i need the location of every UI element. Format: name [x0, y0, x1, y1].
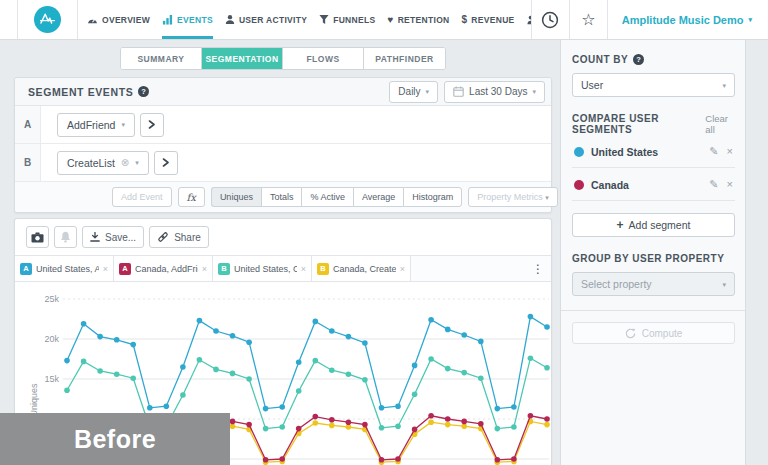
group-by-dropdown[interactable]: Select property ▾ — [572, 272, 735, 296]
project-switcher[interactable]: Amplitude Music Demo ▾ — [607, 0, 768, 39]
metric-percent-active[interactable]: % Active — [301, 187, 353, 207]
legend-tab-label: United States, Add... — [36, 264, 99, 274]
segment-events-title: SEGMENT EVENTS ? — [28, 86, 149, 98]
view-tabs-group: SUMMARY SEGMENTATION FLOWS PATHFINDER — [120, 47, 446, 70]
close-icon[interactable]: × — [301, 264, 306, 274]
help-icon[interactable]: ? — [633, 54, 644, 65]
nav-right-cluster: ☆ Amplitude Music Demo ▾ — [531, 0, 768, 39]
nav-item-revenue[interactable]: $ REVENUE — [455, 0, 520, 39]
nav-item-funnels[interactable]: FUNNELS — [313, 0, 381, 39]
active-tab-underline — [162, 36, 213, 39]
caret-down-icon: ▾ — [426, 88, 430, 95]
tab-summary[interactable]: SUMMARY — [121, 48, 202, 69]
bar-chart-icon — [162, 14, 173, 25]
legend-tab-us-createlist[interactable]: B United States, Cre... × — [213, 256, 312, 281]
legend-tab-badge: A — [20, 263, 32, 275]
date-range-value: Last 30 Days — [469, 86, 527, 97]
legend-tab-badge: B — [317, 263, 329, 275]
person-icon — [225, 14, 235, 25]
event-a-name: AddFriend — [67, 119, 115, 131]
event-letter: B — [15, 144, 41, 181]
event-row-b: B CreateList ⊗ ▾ — [15, 144, 551, 182]
metric-buttons-row: Add Event fx Uniques Totals % Active Ave… — [15, 182, 551, 212]
amplitude-logo-icon[interactable] — [34, 6, 61, 33]
tab-flows[interactable]: FLOWS — [283, 48, 364, 69]
event-a-expand-button[interactable] — [140, 113, 164, 137]
pencil-icon[interactable]: ✎ — [709, 178, 718, 191]
close-icon[interactable]: × — [103, 264, 108, 274]
metric-average[interactable]: Average — [353, 187, 403, 207]
formula-button[interactable]: fx — [178, 187, 205, 207]
nav-item-label: EVENTS — [177, 15, 213, 25]
chevron-right-icon — [147, 120, 156, 129]
caret-down-icon: ▾ — [121, 121, 125, 128]
interval-dropdown[interactable]: Daily ▾ — [389, 81, 438, 103]
metric-uniques[interactable]: Uniques — [211, 187, 261, 207]
event-a-dropdown[interactable]: AddFriend ▾ — [57, 113, 135, 137]
legend-tab-label: Canada, CreateList — [333, 264, 396, 274]
refresh-icon — [625, 328, 636, 339]
nav-item-retention[interactable]: ♥ RETENTION — [381, 0, 455, 39]
nav-item-label: REVENUE — [471, 15, 514, 25]
date-range-dropdown[interactable]: Last 30 Days ▾ — [444, 81, 545, 103]
download-icon — [90, 232, 100, 242]
close-icon[interactable]: × — [202, 264, 207, 274]
count-by-heading: COUNT BY ? — [572, 54, 735, 65]
legend-tab-us-addfriend[interactable]: A United States, Add... × — [15, 256, 114, 281]
close-icon[interactable]: × — [727, 178, 733, 191]
add-event-button[interactable]: Add Event — [112, 187, 172, 207]
nav-item-overview[interactable]: OVERVIEW — [81, 0, 156, 39]
remove-circle-icon[interactable]: ⊗ — [121, 157, 129, 168]
main-column: SUMMARY SEGMENTATION FLOWS PATHFINDER SE… — [14, 47, 552, 465]
nav-item-behaviors[interactable]: BEHAVIORS — [521, 0, 531, 39]
close-icon[interactable]: × — [400, 264, 405, 274]
share-button[interactable]: Share — [149, 226, 209, 248]
snapshot-button[interactable] — [26, 226, 49, 248]
segment-color-dot — [574, 147, 584, 157]
save-label: Save... — [105, 232, 136, 243]
caret-down-icon: ▾ — [722, 82, 726, 89]
clear-all-link[interactable]: Clear all — [705, 113, 735, 135]
tab-pathfinder[interactable]: PATHFINDER — [364, 48, 445, 69]
star-icon: ☆ — [581, 10, 595, 29]
bell-icon — [60, 231, 71, 243]
save-button[interactable]: Save... — [82, 226, 144, 248]
favorite-star-button[interactable]: ☆ — [569, 0, 607, 39]
nav-item-events[interactable]: EVENTS — [156, 0, 219, 39]
compute-button[interactable]: Compute — [572, 322, 735, 344]
legend-options-button[interactable]: ⋮ — [525, 256, 551, 281]
nav-item-label: OVERVIEW — [102, 15, 150, 25]
legend-tab-canada-addfriend[interactable]: A Canada, AddFriend × — [114, 256, 213, 281]
caret-down-icon: ▾ — [532, 88, 536, 95]
segment-events-title-text: SEGMENT EVENTS — [28, 86, 133, 98]
share-label: Share — [174, 232, 201, 243]
metric-histogram[interactable]: Histogram — [403, 187, 462, 207]
nav-item-label: RETENTION — [398, 15, 450, 25]
nav-menu: OVERVIEW EVENTS USER ACTIVITY FUNNELS — [78, 0, 531, 39]
event-b-name: CreateList — [67, 157, 115, 169]
compare-segments-heading-text: COMPARE USER SEGMENTS — [572, 113, 700, 135]
help-icon[interactable]: ? — [138, 86, 149, 97]
event-letter: A — [15, 106, 41, 143]
property-metrics-dropdown[interactable]: Property Metrics ▾ — [468, 187, 558, 207]
svg-text:Uniques: Uniques — [29, 383, 39, 417]
alert-button[interactable] — [54, 226, 77, 248]
navbar-left-spacer — [0, 0, 18, 39]
metric-totals[interactable]: Totals — [261, 187, 302, 207]
add-segment-button[interactable]: + Add segment — [572, 213, 735, 237]
nav-item-label: USER ACTIVITY — [239, 15, 307, 25]
history-clock-button[interactable] — [531, 0, 569, 39]
pencil-icon[interactable]: ✎ — [709, 145, 718, 158]
close-icon[interactable]: × — [727, 145, 733, 158]
caret-down-icon: ▾ — [545, 194, 549, 201]
event-b-dropdown[interactable]: CreateList ⊗ ▾ — [57, 151, 149, 175]
legend-tab-canada-createlist[interactable]: B Canada, CreateList × — [312, 256, 411, 281]
tab-segmentation[interactable]: SEGMENTATION — [202, 48, 283, 69]
amplitude-a-glyph — [39, 11, 56, 28]
nav-item-user-activity[interactable]: USER ACTIVITY — [219, 0, 313, 39]
add-segment-label: Add segment — [629, 219, 691, 231]
group-by-placeholder: Select property — [581, 278, 652, 290]
camera-icon — [31, 232, 44, 243]
event-b-expand-button[interactable] — [154, 151, 178, 175]
count-by-dropdown[interactable]: User ▾ — [572, 73, 735, 97]
